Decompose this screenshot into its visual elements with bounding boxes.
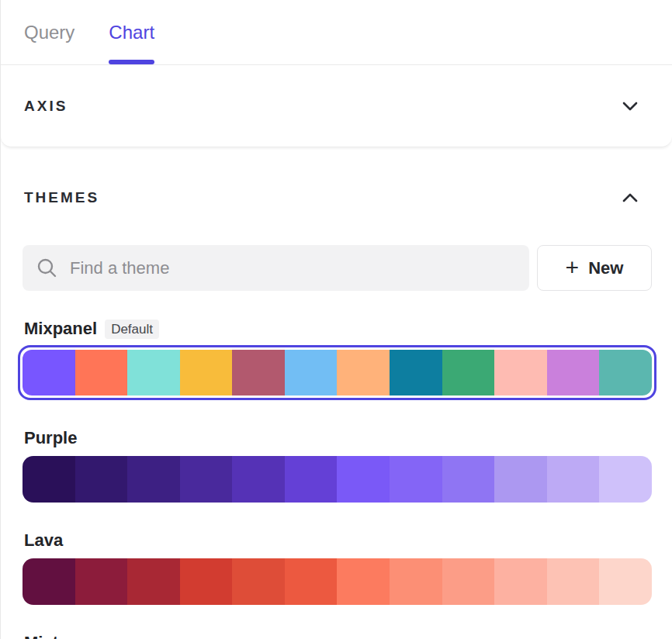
theme-item-mist: Mist [1,631,672,639]
palette-swatch [390,558,442,605]
theme-name: Mist [24,631,58,639]
tab-query-label: Query [24,22,74,43]
palette-swatch [599,350,652,395]
themes-section-title: THEMES [24,189,99,206]
palette-swatch [337,350,390,395]
theme-name: Mixpanel [24,317,97,340]
palette-swatch [23,350,75,395]
palette-swatch [23,558,75,605]
theme-label-row: Purple [1,427,672,450]
theme-item-purple: Purple [1,427,672,503]
palette-swatch [75,350,128,395]
tab-query[interactable]: Query [24,0,74,64]
section-axis[interactable]: AXIS [1,65,672,147]
palette-swatch [285,350,338,395]
theme-palette-purple[interactable] [23,456,652,503]
palette-swatch [180,558,233,605]
palette-swatch [232,456,285,503]
theme-item-mixpanel: MixpanelDefault [1,317,672,400]
palette-swatch [75,558,128,605]
palette-swatch [75,456,128,503]
theme-list: MixpanelDefaultPurpleLavaMist [1,317,672,639]
search-input-wrapper[interactable] [23,245,529,291]
palette-swatch [390,456,442,503]
palette-swatch [337,456,390,503]
palette-swatch [285,456,338,503]
theme-palette-lava[interactable] [23,558,652,605]
palette-swatch [285,558,338,605]
palette-swatch [494,558,547,605]
palette-swatch [494,350,547,395]
theme-search-row: + New [23,245,652,291]
palette-swatch [547,456,600,503]
chart-settings-panel: Query Chart AXIS THEMES [0,0,672,639]
theme-label-row: MixpanelDefault [1,317,672,340]
palette-swatch [127,350,180,395]
chevron-down-icon[interactable] [622,102,638,111]
palette-swatch [337,558,390,605]
palette-swatch [127,456,180,503]
palette-swatch [232,350,285,395]
palette-swatch [599,558,652,605]
palette-swatch [180,456,233,503]
tab-chart[interactable]: Chart [109,0,154,64]
palette-swatch [232,558,285,605]
default-badge: Default [105,320,159,339]
themes-header[interactable]: THEMES [1,155,672,206]
palette-swatch [442,456,495,503]
palette-swatch [23,456,75,503]
palette-swatch [180,350,233,395]
theme-item-lava: Lava [1,529,672,605]
theme-name: Lava [24,529,63,552]
palette-swatch [442,350,495,395]
theme-name: Purple [24,427,77,450]
palette-swatch [547,558,600,605]
search-icon [36,257,57,278]
search-input[interactable] [70,258,515,278]
active-tab-underline [109,60,154,64]
palette-swatch [390,350,442,395]
tab-bar: Query Chart [1,0,672,65]
theme-label-row: Lava [1,529,672,552]
palette-swatch [442,558,495,605]
theme-palette-mixpanel [23,350,652,395]
chevron-up-icon[interactable] [622,193,638,202]
tab-chart-label: Chart [109,22,154,43]
palette-swatch [599,456,652,503]
axis-section-title: AXIS [24,98,68,115]
new-theme-button[interactable]: + New [537,245,652,291]
theme-label-row: Mist [1,631,672,639]
selected-theme-ring[interactable] [18,345,656,400]
new-theme-button-label: New [588,258,623,278]
palette-swatch [127,558,180,605]
section-themes: THEMES + New MixpanelDefaultPurpleLavaMi… [1,147,672,639]
palette-swatch [547,350,600,395]
palette-swatch [494,456,547,503]
